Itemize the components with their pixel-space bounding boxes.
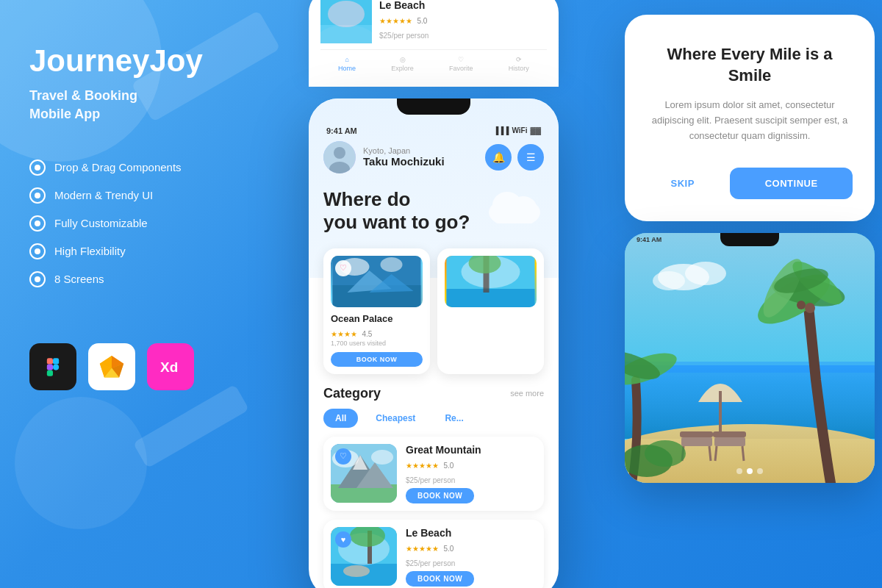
avatar — [323, 141, 356, 173]
svg-rect-3 — [47, 370, 53, 376]
beach-photo-phone: 9:41 AM — [625, 233, 875, 483]
great-mountain-heart[interactable]: ♡ — [335, 448, 351, 465]
header-actions: 🔔 ☰ — [485, 144, 544, 171]
features-list: Drop & Drag Components Modern & Trendy U… — [29, 159, 220, 299]
top-partial-card: Le Beach ★★★★★ 5.0 $25/per person ⌂ Home… — [309, 0, 559, 87]
svg-rect-29 — [447, 289, 535, 307]
feature-1: Drop & Drag Components — [29, 159, 220, 176]
second-dest-card[interactable] — [437, 248, 544, 374]
sketch-icon — [88, 343, 135, 390]
great-mountain-card[interactable]: ♡ Great Mountain ★★★★★ 5.0 $25/per perso… — [323, 437, 544, 511]
ocean-palace-name: Ocean Palace — [331, 313, 423, 324]
user-info: Kyoto, Japan Taku Mochizuki — [323, 141, 445, 173]
main-phone: 9:41 AM ▐▐▐ WiFi ▓▓ — [309, 98, 559, 589]
svg-point-55 — [805, 303, 815, 313]
svg-point-71 — [685, 262, 726, 285]
partial-nav-favorite[interactable]: ♡ Favorite — [449, 56, 473, 72]
svg-point-21 — [510, 196, 537, 218]
category-title: Category — [323, 386, 381, 401]
wifi-icon: WiFi — [512, 126, 527, 135]
right-panel: Where Every Mile is a Smile Lorem ipsum … — [617, 0, 882, 588]
home-icon: ⌂ — [345, 56, 348, 63]
ocean-palace-stars-row: ★★★★ 4.5 — [331, 326, 423, 340]
le-beach-price-unit: /per person — [418, 559, 456, 567]
notification-button[interactable]: 🔔 — [485, 144, 512, 171]
signal-icon: ▐▐▐ — [493, 126, 509, 135]
ocean-palace-rating: 4.5 — [362, 330, 372, 338]
svg-point-15 — [328, 1, 365, 27]
tab-cheapest[interactable]: Cheapest — [364, 409, 427, 428]
phone-notch — [397, 98, 470, 115]
status-icons: ▐▐▐ WiFi ▓▓ — [493, 126, 541, 135]
partial-listing: Le Beach ★★★★★ 5.0 $25/per person — [320, 0, 547, 43]
status-time: 9:41 AM — [326, 126, 357, 135]
partial-listing-stars: ★★★★★ — [379, 17, 412, 25]
second-dest-image — [445, 256, 537, 307]
partial-nav-explore[interactable]: ◎ Explore — [391, 56, 414, 72]
svg-point-45 — [343, 565, 370, 577]
le-beach-image: ♥ — [331, 527, 397, 586]
partial-nav-history[interactable]: ⟳ History — [509, 56, 529, 72]
onboarding-actions: SKIP CONTINUE — [647, 168, 853, 199]
cloud-decoration — [485, 187, 544, 226]
ocean-palace-heart[interactable]: ♡ — [335, 260, 351, 276]
partial-nav-home[interactable]: ⌂ Home — [338, 56, 356, 72]
onboarding-description: Lorem ipsum dolor sit amet, consectetur … — [647, 98, 853, 143]
beach-scene-svg — [625, 233, 875, 483]
svg-line-64 — [715, 446, 717, 461]
menu-button[interactable]: ☰ — [517, 144, 544, 171]
svg-line-65 — [742, 446, 744, 461]
great-mountain-book-button[interactable]: BOOK NOW — [406, 488, 474, 503]
ocean-palace-image: ♡ — [331, 256, 423, 307]
beach-phone-notch — [720, 233, 779, 246]
tab-recommended[interactable]: Re... — [433, 409, 475, 428]
ocean-palace-stars: ★★★★ — [331, 330, 357, 338]
svg-point-72 — [653, 271, 685, 290]
beach-dots — [736, 468, 763, 474]
status-bar: 9:41 AM ▐▐▐ WiFi ▓▓ — [323, 126, 544, 141]
svg-rect-60 — [681, 437, 712, 446]
beach-status-time: 9:41 AM — [637, 236, 662, 243]
great-mountain-info: Great Mountain ★★★★★ 5.0 $25/per person … — [406, 444, 537, 503]
skip-button[interactable]: SKIP — [647, 168, 718, 199]
great-mountain-price: $25/per person — [406, 474, 537, 485]
feature-3: Fully Customizable — [29, 215, 220, 232]
le-beach-card[interactable]: ♥ Le Beach ★★★★★ 5.0 $25/per person BOOK… — [323, 520, 544, 588]
le-beach-stars-row: ★★★★★ 5.0 — [406, 541, 537, 554]
feature-2: Modern & Trendy UI — [29, 187, 220, 204]
onboarding-title: Where Every Mile is a Smile — [647, 44, 853, 86]
svg-rect-58 — [680, 431, 713, 437]
category-section: Category see more All Cheapest Re... — [309, 386, 559, 428]
brand-subtitle: Travel & Booking Mobile App — [29, 87, 220, 123]
dot-3 — [757, 468, 763, 474]
ocean-palace-card[interactable]: ♡ Ocean Palace ★★★★ 4.5 1,700 users visi… — [323, 248, 430, 374]
destination-cards-row: ♡ Ocean Palace ★★★★ 4.5 1,700 users visi… — [309, 248, 559, 374]
svg-point-4 — [53, 364, 59, 370]
explore-icon: ◎ — [400, 56, 406, 63]
partial-listing-rating: 5.0 — [417, 17, 427, 25]
le-beach-book-button[interactable]: BOOK NOW — [406, 571, 474, 587]
partial-listing-info: Le Beach ★★★★★ 5.0 $25/per person — [379, 0, 547, 43]
svg-rect-14 — [320, 25, 372, 43]
feature-icon-2 — [29, 187, 46, 204]
tab-all[interactable]: All — [323, 409, 358, 428]
le-beach-price: $25/per person — [406, 557, 537, 568]
le-beach-name: Le Beach — [406, 527, 537, 539]
center-panel: Le Beach ★★★★★ 5.0 $25/per person ⌂ Home… — [250, 0, 617, 588]
great-mountain-name: Great Mountain — [406, 444, 537, 456]
feature-4: High Flexibility — [29, 243, 220, 259]
see-more-link[interactable]: see more — [510, 389, 544, 398]
great-mountain-rating: 5.0 — [443, 462, 453, 470]
left-panel: JourneyJoy Travel & Booking Mobile App D… — [0, 0, 250, 588]
partial-listing-name: Le Beach — [379, 0, 547, 11]
svg-text:Xd: Xd — [160, 359, 178, 375]
partial-beach-image — [320, 0, 372, 43]
user-details: Kyoto, Japan Taku Mochizuki — [363, 146, 445, 168]
dot-2 — [747, 468, 753, 474]
feature-icon-4 — [29, 243, 46, 259]
ocean-palace-book-button[interactable]: BOOK NOW — [331, 352, 423, 367]
continue-button[interactable]: CONTINUE — [730, 168, 853, 199]
le-beach-heart[interactable]: ♥ — [335, 531, 351, 548]
onboarding-card: Where Every Mile is a Smile Lorem ipsum … — [625, 15, 875, 221]
ocean-palace-visited: 1,700 users visited — [331, 340, 423, 347]
